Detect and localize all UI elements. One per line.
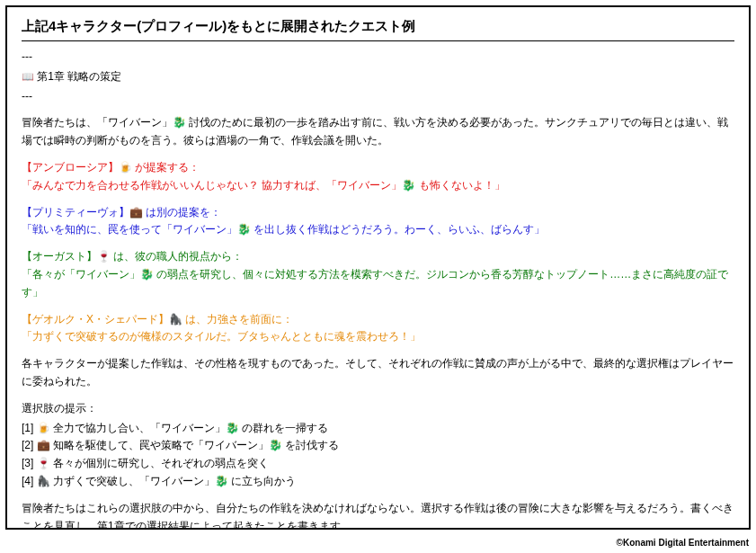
document-body: --- 📖 第1章 戦略の策定 --- 冒険者たちは、「ワイバーン」🐉 討伐のた… [22,49,734,530]
book-icon: 📖 [22,71,34,82]
outro-paragraph: 冒険者たちはこれらの選択肢の中から、自分たちの作戦を決めなければならない。選択す… [22,500,734,530]
august-name: 【オーガスト】🍷 は、彼の職人的視点から： [22,248,734,266]
character-georg: 【ゲオルク・X・シェパード】🦍 は、力強さを前面に： 「力ずくで突破するのが俺様… [22,311,734,347]
character-primitivo: 【プリミティーヴォ】💼 は別の提案を： 「戦いを知的に、罠を使って「ワイバーン」… [22,204,734,240]
ambrosia-name: 【アンブローシア】🍺 が提案する： [22,159,734,177]
copyright-text: ©Konami Digital Entertainment [617,538,749,548]
ambrosia-speech: 「みんなで力を合わせる作戦がいいんじゃない？ 協力すれば、「ワイバーン」🐉 も怖… [22,177,734,195]
primitivo-name: 【プリミティーヴォ】💼 は別の提案を： [22,204,734,222]
intro-paragraph: 冒険者たちは、「ワイバーン」🐉 討伐のために最初の一歩を踏み出す前に、戦い方を決… [22,114,734,150]
document-frame: 上記4キャラクター(プロフィール)をもとに展開されたクエスト例 --- 📖 第1… [5,5,751,530]
divider-top: --- [22,49,734,67]
georg-name: 【ゲオルク・X・シェパード】🦍 は、力強さを前面に： [22,311,734,329]
choice-2: [2] 💼 知略を駆使して、罠や策略で「ワイバーン」🐉 を討伐する [22,437,734,455]
choice-3: [3] 🍷 各々が個別に研究し、それぞれの弱点を突く [22,455,734,473]
character-august: 【オーガスト】🍷 は、彼の職人的視点から： 「各々が「ワイバーン」🐉 の弱点を研… [22,248,734,301]
choice-1: [1] 🍺 全力で協力し合い、「ワイバーン」🐉 の群れを一掃する [22,420,734,438]
choice-4: [4] 🦍 力ずくで突破し、「ワイバーン」🐉 に立ち向かう [22,473,734,491]
mid-paragraph: 各キャラクターが提案した作戦は、その性格を現すものであった。そして、それぞれの作… [22,355,734,391]
georg-speech: 「力ずくで突破するのが俺様のスタイルだ。ブタちゃんとともに魂を震わせろ！」 [22,328,734,346]
august-speech: 「各々が「ワイバーン」🐉 の弱点を研究し、個々に対処する方法を模索すべきだ。ジル… [22,266,734,302]
choice-label: 選択肢の提示： [22,400,734,418]
character-ambrosia: 【アンブローシア】🍺 が提案する： 「みんなで力を合わせる作戦がいいんじゃない？… [22,159,734,195]
page-title: 上記4キャラクター(プロフィール)をもとに展開されたクエスト例 [22,18,734,41]
divider-bottom: --- [22,88,734,106]
chapter-heading: 📖 第1章 戦略の策定 [22,68,734,86]
chapter-text: 第1章 戦略の策定 [37,70,121,83]
primitivo-speech: 「戦いを知的に、罠を使って「ワイバーン」🐉 を出し抜く作戦はどうだろう。わーく、… [22,221,734,239]
